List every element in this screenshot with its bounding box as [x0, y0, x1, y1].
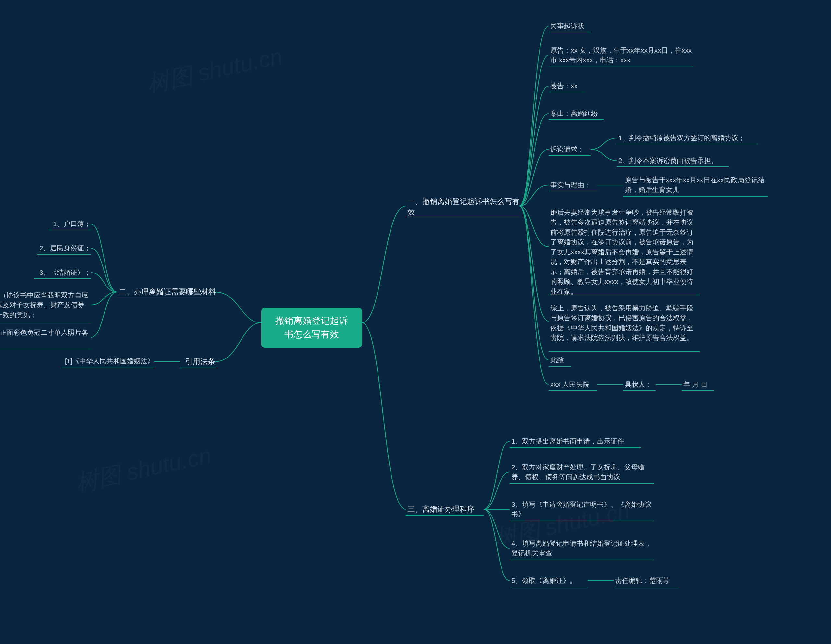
- node-b1-c6[interactable]: 事实与理由：: [550, 180, 591, 190]
- node-b3-c5-s1[interactable]: 责任编辑：楚雨荨: [615, 576, 670, 585]
- node-b1-c5-s1[interactable]: 1、判令撤销原被告双方签订的离婚协议；: [618, 133, 758, 143]
- node-b2-c2[interactable]: 2、居民身份证；: [36, 243, 91, 253]
- node-b3-c1[interactable]: 1、双方提出离婚书面申请，出示证件: [511, 436, 641, 446]
- node-b1-c4[interactable]: 案由：离婚纠纷: [550, 109, 598, 118]
- node-b1-c1[interactable]: 民事起诉状: [550, 21, 584, 31]
- node-b1-c3[interactable]: 被告：xx: [550, 81, 578, 91]
- branch-section-1[interactable]: 一、撤销离婚登记起诉书怎么写有效: [408, 196, 519, 218]
- node-b2-c5[interactable]: 5、同底色，近期正面彩色免冠二寸单人照片各二张。: [0, 328, 91, 347]
- branch-cited-law[interactable]: 引用法条: [181, 356, 215, 367]
- node-b1-c2[interactable]: 原告：xx 女，汉族，生于xx年xx月xx日，住xxx市 xxx号内xxx，电话…: [550, 45, 693, 65]
- node-b1-c9[interactable]: 此致: [550, 355, 564, 365]
- node-b1-c5-s2[interactable]: 2、判令本案诉讼费由被告承担。: [618, 156, 748, 165]
- node-b2-c3[interactable]: 3、《结婚证》；: [32, 268, 91, 277]
- watermark: 树图 shutu.cn: [73, 440, 214, 499]
- edge-layer: [0, 0, 831, 644]
- node-b3-c5[interactable]: 5、领取《离婚证》。: [511, 576, 576, 585]
- branch-section-3[interactable]: 三、离婚证办理程序: [408, 504, 484, 515]
- node-b3-c2[interactable]: 2、双方对家庭财产处理、子女抚养、父母赡养、债权、债务等问题达成书面协议: [511, 462, 654, 482]
- mindmap-canvas: 树图 shutu.cn 树图 shutu.cn 树图 shutu.cn: [0, 0, 831, 644]
- node-b1-c10-s1-d1[interactable]: 年 月 日: [683, 380, 708, 389]
- node-b3-c4[interactable]: 4、填写离婚登记申请书和结婚登记证处理表，登记机关审查: [511, 539, 654, 558]
- node-b3-c3[interactable]: 3、填写《申请离婚登记声明书》、《离婚协议书》: [511, 499, 654, 519]
- branch-section-2[interactable]: 二、办理离婚证需要哪些材料: [118, 286, 216, 297]
- watermark: 树图 shutu.cn: [145, 41, 285, 100]
- root-node[interactable]: 撤销离婚登记起诉书怎么写有效: [261, 308, 362, 348]
- node-b2-c1[interactable]: 1、户口薄；: [45, 219, 91, 229]
- node-b1-c6-s1[interactable]: 原告与被告于xxx年xx月xx日在xx民政局登记结婚，婚后生育女儿: [625, 175, 768, 195]
- node-b1-c7[interactable]: 婚后夫妻经常为琐事发生争吵，被告经常殴打被告，被告多次逼迫原告签订离婚协议，并在…: [550, 208, 699, 297]
- node-b1-c10-s1[interactable]: 具状人：: [625, 380, 652, 389]
- node-b1-c8[interactable]: 综上，原告认为，被告采用暴力胁迫、欺骗手段与原告签订离婚协议，已侵害原告的合法权…: [550, 303, 699, 343]
- node-b1-c10[interactable]: xxx 人民法院: [550, 380, 589, 389]
- node-b4-c1[interactable]: [1]《中华人民共和国婚姻法》: [63, 356, 154, 366]
- node-b2-c4[interactable]: 4、离婚协议书。（协议书中应当载明双方自愿离婚的意思表示以及对子女抚养、财产及债…: [0, 290, 91, 320]
- node-b1-c5[interactable]: 诉讼请求：: [550, 145, 584, 154]
